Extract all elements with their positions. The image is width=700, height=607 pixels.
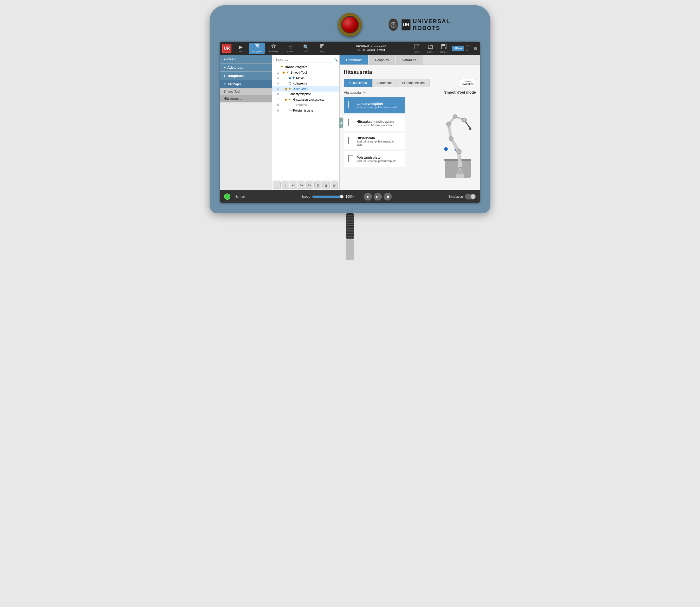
nav-tab-move[interactable]: ✛ Move bbox=[282, 43, 298, 54]
play-button[interactable]: ▶ bbox=[364, 193, 372, 201]
parametrit-label: Parametrit bbox=[377, 81, 391, 85]
main-content: ▶ Basic ▶ Advanced ▶ Templates bbox=[220, 55, 480, 190]
move-label: Move bbox=[287, 50, 293, 53]
keyboard-button[interactable]: ⊞ bbox=[331, 182, 338, 189]
line-num: 9 bbox=[274, 109, 279, 112]
svg-point-46 bbox=[446, 122, 451, 126]
installation-icon bbox=[271, 44, 276, 50]
tab-variables[interactable]: Variables bbox=[396, 55, 423, 64]
cut-button[interactable]: ✂ bbox=[306, 182, 313, 189]
step3-icon bbox=[348, 136, 354, 146]
subtab-siirtomenetelma[interactable]: Siirtomenetelmä bbox=[397, 79, 429, 87]
move-up-button[interactable]: ↑ bbox=[274, 182, 280, 189]
program-label: Program bbox=[253, 50, 261, 53]
hitsausrata-tree-label: Hitsausrata bbox=[293, 87, 309, 91]
sidebar-item-advanced[interactable]: ▶ Advanced bbox=[220, 63, 272, 71]
nav-tab-io[interactable]: 🔍 I/O bbox=[298, 43, 314, 54]
step-poistumispiste[interactable]: Poistumispiste Yksi tai useampi poistumi… bbox=[344, 151, 405, 167]
smoothtool-label: SmoothTool bbox=[224, 90, 240, 93]
sidebar-smoothtool[interactable]: SmoothTool bbox=[220, 88, 272, 95]
step-lahestymispiste[interactable]: Lähestymispiste Yksi tai useampi lähesty… bbox=[344, 97, 405, 113]
step-hitsausrata[interactable]: Hitsausrata Yksi tai useampi hitsausrada… bbox=[344, 133, 405, 149]
emergency-stop-button[interactable] bbox=[341, 16, 359, 34]
table-row[interactable]: 3 ◆ ✚ MoveJ bbox=[272, 75, 339, 81]
install-value: default bbox=[377, 49, 385, 51]
expand-icon2: ▼ bbox=[288, 98, 292, 101]
step-hitsauksen-aloituspiste[interactable]: Hitsauksen aloituspiste Piste jossa hits… bbox=[344, 115, 405, 131]
nav-center: PROGRAM <unnamed>* INSTALLATION default bbox=[331, 45, 411, 52]
sidebar-item-templates[interactable]: ▶ Templates bbox=[220, 72, 272, 80]
basic-label: Basic bbox=[227, 57, 236, 61]
svg-rect-7 bbox=[415, 44, 418, 49]
pendant-top: UR UNIVERSAL ROBOTS bbox=[220, 11, 480, 42]
branding-area: UR UNIVERSAL ROBOTS bbox=[388, 18, 464, 32]
basic-chevron: ▶ bbox=[224, 58, 226, 61]
table-row[interactable]: 7 ◆ ▼ Hitsauksen aloituspiste bbox=[272, 97, 339, 102]
status-label: Normal bbox=[235, 195, 245, 198]
move-down-button[interactable]: ↓ bbox=[282, 182, 289, 189]
table-row[interactable]: 8 — <empty> bbox=[272, 102, 339, 108]
sidebar-item-urcaps[interactable]: ▼ URCaps bbox=[220, 80, 272, 88]
tree-toolbar: ↑ ↓ ↩ ↪ ✂ ⧉ 🗑 ⊞ bbox=[272, 180, 339, 190]
urcaps-button[interactable]: UR++ bbox=[452, 46, 464, 51]
toggle-knob bbox=[471, 194, 475, 199]
subtab-parametrit[interactable]: Parametrit bbox=[373, 79, 397, 87]
step4-title: Poistumispiste bbox=[357, 155, 401, 160]
undo-button[interactable]: ↩ bbox=[290, 182, 297, 189]
stop-button[interactable]: ⏹ bbox=[384, 193, 391, 201]
power-icon[interactable] bbox=[388, 18, 399, 31]
nav-tab-installation[interactable]: Installation bbox=[265, 43, 282, 54]
kuinka-tehda-label: Kuinka tehdä bbox=[349, 81, 367, 85]
sidebar-item-basic[interactable]: ▶ Basic bbox=[220, 55, 272, 63]
speed-handle[interactable] bbox=[340, 195, 343, 198]
step3-title: Hitsausrata bbox=[357, 136, 401, 140]
simulation-toggle[interactable] bbox=[465, 194, 476, 200]
content-split: Lähestymispiste Yksi tai useampi lähesty… bbox=[344, 97, 476, 185]
nav-tab-log[interactable]: Log bbox=[314, 43, 330, 54]
copy-button[interactable]: ⧉ bbox=[314, 182, 321, 189]
menu-button[interactable]: ≡ bbox=[472, 45, 478, 52]
svg-rect-9 bbox=[442, 44, 445, 46]
step-button[interactable]: ⏭ bbox=[374, 193, 382, 201]
step1-title: Lähestymispiste bbox=[357, 102, 401, 106]
simulation-section: Simulation bbox=[448, 194, 476, 200]
nav-tab-run[interactable]: ▶ Run bbox=[233, 43, 249, 54]
poistumispiste-label: Poistumispiste bbox=[293, 109, 313, 112]
search-icon[interactable]: 🔍 bbox=[333, 58, 338, 62]
sidebar-hitsauspar[interactable]: Hitsauspar... bbox=[220, 95, 272, 102]
speed-bar-track[interactable] bbox=[312, 195, 343, 198]
panel-content: Hitsausrata Kuinka tehdä Parametrit Siir… bbox=[340, 65, 480, 190]
save-icon bbox=[441, 44, 447, 51]
tab-graphics[interactable]: Graphics bbox=[369, 55, 395, 64]
table-row[interactable]: 6 Lähestymispiste bbox=[272, 91, 339, 97]
delete-button[interactable]: 🗑 bbox=[322, 182, 330, 189]
program-icon bbox=[255, 44, 259, 50]
kotiasema-label: Kotiasema bbox=[293, 82, 307, 85]
table-row[interactable]: 5 ◆ ▼ Hitsausrata bbox=[272, 86, 339, 91]
ur-logo: UR UNIVERSAL ROBOTS bbox=[402, 18, 464, 32]
new-button[interactable]: New... bbox=[411, 44, 422, 53]
command-tab-label: Command bbox=[346, 58, 362, 62]
edit-icon[interactable]: ✏ bbox=[363, 90, 366, 95]
open-icon bbox=[427, 44, 433, 51]
hitsausrata-row: Hitsausrata ✏ SmoothTool mode bbox=[344, 90, 476, 95]
step4-icon bbox=[348, 154, 354, 164]
table-row[interactable]: ▼ Robot Program bbox=[272, 64, 339, 70]
step3-info: Hitsausrata Yksi tai useampi hitsausrada… bbox=[357, 136, 401, 146]
lahestymispiste-tree-label: Lähestymispiste bbox=[289, 92, 311, 96]
line-num: 2 bbox=[274, 71, 279, 74]
subtab-kuinka-tehda[interactable]: Kuinka tehdä bbox=[344, 79, 372, 87]
redo-button[interactable]: ↪ bbox=[298, 182, 305, 189]
tree-collapse-handle[interactable]: ◀ bbox=[339, 118, 343, 128]
tab-command[interactable]: Command bbox=[340, 55, 368, 64]
table-row[interactable]: 4 ⊙ Kotiasema bbox=[272, 81, 339, 86]
nav-tab-program[interactable]: Program bbox=[249, 43, 265, 54]
step4-info: Poistumispiste Yksi tai useampi poistumi… bbox=[357, 155, 401, 163]
table-row[interactable]: 9 — Poistumispiste bbox=[272, 108, 339, 113]
line-num: 8 bbox=[274, 104, 279, 107]
search-input[interactable] bbox=[274, 57, 332, 62]
move-icon: ✛ bbox=[288, 44, 292, 50]
save-button[interactable]: Save... bbox=[439, 44, 449, 53]
open-button[interactable]: Open... bbox=[425, 44, 436, 53]
table-row[interactable]: 2 ◆ ▼ SmoothTool bbox=[272, 70, 339, 75]
